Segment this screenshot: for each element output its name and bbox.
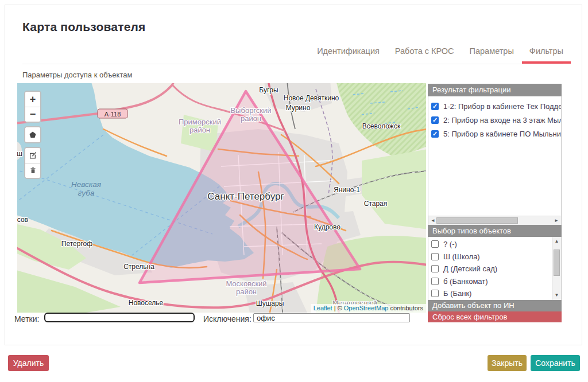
draw-control (24, 126, 41, 143)
filter-results-list: ✓1-2: Прибор в кабинете Тех Подде✓2: При… (428, 96, 562, 225)
map-label: Московский (226, 279, 266, 288)
map-label: губа (78, 189, 95, 197)
object-type-item[interactable]: ? (-) (428, 238, 561, 251)
scroll-up-arrow-icon[interactable]: ▲ (552, 237, 561, 246)
map-label: Стрельна (123, 263, 154, 271)
page-title: Карта пользователя (22, 20, 146, 34)
tab-parameters[interactable]: Параметры (470, 46, 514, 64)
labels-input[interactable] (44, 313, 195, 322)
map-label: район (189, 126, 210, 134)
map-label: Выборгский (230, 106, 271, 115)
map-canvas[interactable]: А-118 БугрыНовое ДевяткиноМуриноВыборгск… (17, 83, 426, 313)
checkbox-label: 2: Прибор на входе на 3 этаж Мыл (443, 116, 562, 124)
leaflet-link[interactable]: Leaflet (314, 305, 332, 311)
checkbox-checked[interactable]: ✓ (431, 130, 439, 138)
tabs-divider (22, 64, 563, 64)
tab-identification[interactable]: Идентификация (317, 46, 380, 64)
checkbox-label: Б (Банк) (443, 289, 471, 298)
map-label: Старая (364, 200, 388, 208)
object-type-item[interactable]: Д (Детский сад) (428, 263, 561, 275)
checkbox-label: 5: Прибор в кабинете ПО Мыльни (443, 130, 561, 138)
checkbox-unchecked[interactable] (431, 253, 439, 260)
tab-filters[interactable]: Фильтры (529, 46, 563, 64)
scrollbar-thumb[interactable] (554, 250, 560, 276)
vertical-scrollbar[interactable]: ▲ ▼ (552, 237, 561, 300)
map-label: Санкт-Петербург (207, 191, 284, 202)
add-object-by-id-button[interactable]: Добавить объект по ИН (428, 300, 562, 311)
scroll-right-arrow-icon[interactable]: ► (552, 216, 561, 225)
checkbox-label: 1-2: Прибор в кабинете Тех Подде (443, 102, 562, 111)
filter-result-item[interactable]: ✓1-2: Прибор в кабинете Тех Подде (428, 99, 561, 113)
tab-kros[interactable]: Работа с КРОС (395, 46, 454, 64)
delete-layers-button[interactable] (25, 163, 40, 178)
map-section-label: Параметры доступа к объектам (22, 71, 132, 79)
edit-icon (28, 151, 37, 160)
checkbox-checked[interactable]: ✓ (431, 103, 439, 110)
map-label: Ломоносов (17, 216, 28, 224)
object-types-header: Выбор типов объектов (428, 225, 562, 237)
polygon-icon (28, 130, 37, 139)
checkbox-label: б (Банкомат) (443, 277, 488, 286)
trash-icon (29, 166, 37, 175)
map-label: ш (17, 150, 22, 158)
zoom-in-button[interactable]: + (25, 92, 40, 107)
zoom-control: + − (24, 91, 41, 123)
map-label: Петергоф (61, 240, 92, 248)
tab-bar: Идентификация Работа с КРОС Параметры Фи… (317, 46, 563, 64)
object-type-item[interactable]: б (Банкомат) (428, 275, 561, 288)
checkbox-unchecked[interactable] (431, 265, 439, 272)
basemap-tiles: А-118 БугрыНовое ДевяткиноМуриноВыборгск… (17, 83, 426, 313)
osm-link[interactable]: OpenStreetMap (344, 305, 389, 311)
delete-button[interactable]: Удалить (8, 355, 49, 371)
checkbox-label: Ш (Школа) (443, 252, 480, 261)
filters-panel: Результат фильтрации ✓1-2: Прибор в каби… (428, 84, 562, 322)
road-badge: А-118 (98, 109, 127, 118)
scrollbar-thumb[interactable] (436, 217, 518, 224)
object-type-item[interactable]: Ш (Школа) (428, 251, 561, 263)
map-label: Новоселье (129, 299, 164, 307)
close-button[interactable]: Закрыть (488, 355, 527, 371)
map-label: Мурино (286, 104, 311, 112)
map-attribution: Leaflet | © OpenStreetMap contributors (311, 304, 426, 313)
svg-text:А-118: А-118 (105, 111, 121, 118)
edit-control (24, 147, 41, 179)
exclusions-field-label: Исключения: (203, 314, 252, 323)
map-label: Всеволожск (362, 122, 401, 130)
reset-all-filters-button[interactable]: Сброс всех фильтров (428, 311, 562, 322)
checkbox-unchecked[interactable] (431, 278, 439, 285)
scroll-down-arrow-icon[interactable]: ▼ (552, 291, 561, 300)
draw-polygon-button[interactable] (25, 127, 40, 142)
zoom-out-button[interactable]: − (25, 107, 40, 122)
checkbox-label: Д (Детский сад) (443, 264, 497, 273)
map-label: Невская (71, 180, 101, 189)
labels-field-label: Метки: (14, 314, 39, 323)
filter-result-item[interactable]: ✓2: Прибор на входе на 3 этаж Мыл (428, 113, 561, 127)
map-label: Кудрово (314, 223, 341, 231)
map-label: Янино-1 (334, 186, 360, 194)
map-label: район (241, 114, 261, 123)
filter-results-header: Результат фильтрации (428, 84, 562, 96)
map-label: Приморский (179, 118, 221, 126)
checkbox-label: ? (-) (443, 240, 457, 248)
checkbox-unchecked[interactable] (431, 290, 439, 297)
map-label: Шушары (256, 299, 284, 307)
horizontal-scrollbar[interactable]: ◄ ► (428, 216, 561, 225)
map-label: район (236, 287, 257, 296)
exclusions-input[interactable] (253, 313, 410, 322)
object-types-list: ? (-)Ш (Школа)Д (Детский сад)б (Банкомат… (428, 237, 562, 300)
filter-result-item[interactable]: ✓5: Прибор в кабинете ПО Мыльни (428, 127, 561, 141)
checkbox-unchecked[interactable] (431, 240, 439, 248)
edit-layers-button[interactable] (25, 148, 40, 163)
map-label: Бугры (259, 86, 278, 94)
save-button[interactable]: Сохранить (531, 355, 580, 371)
object-type-item[interactable]: Б (Банк) (428, 287, 561, 300)
map-label: Новое Девяткино (284, 94, 339, 102)
checkbox-checked[interactable]: ✓ (431, 116, 439, 124)
